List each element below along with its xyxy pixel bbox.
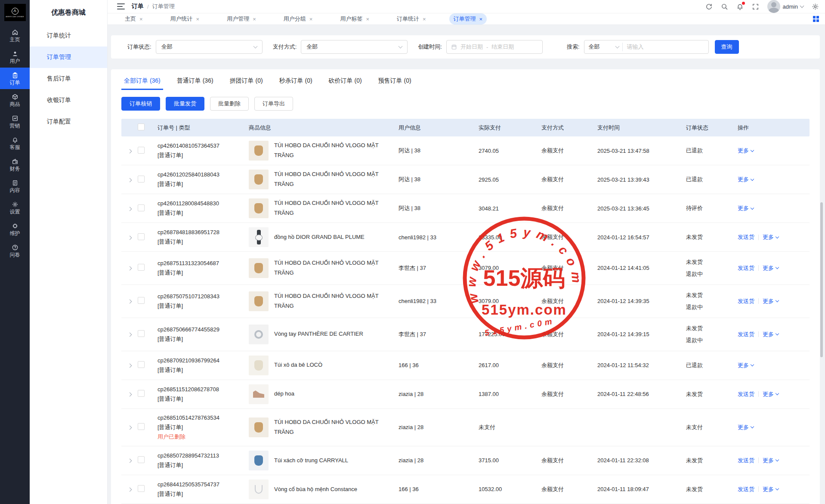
query-button[interactable]: 查询 — [715, 40, 739, 54]
pay-method-select[interactable]: 全部 — [301, 40, 408, 54]
nav-rail-item[interactable]: 内容 — [0, 175, 30, 197]
order-verify-button[interactable]: 订单核销 — [121, 97, 160, 111]
order-type-tab[interactable]: 砍价订单 (0) — [326, 76, 365, 90]
export-button[interactable]: 订单导出 — [254, 97, 293, 111]
refresh-icon[interactable] — [705, 3, 713, 10]
side-menu-item[interactable]: 订单管理 — [30, 46, 107, 68]
nav-rail-item[interactable]: 问卷 — [0, 240, 30, 261]
expand-row-icon[interactable] — [127, 207, 132, 211]
order-type-tab[interactable]: 普通订单 (36) — [174, 76, 216, 90]
row-checkbox[interactable] — [138, 423, 145, 430]
row-checkbox[interactable] — [138, 176, 145, 182]
page-tab[interactable]: 主页 × — [121, 13, 147, 25]
nav-rail-item[interactable]: 营销 — [0, 111, 30, 132]
more-link[interactable]: 更多 — [738, 176, 754, 183]
side-menu-item[interactable]: 售后订单 — [30, 68, 107, 90]
expand-row-icon[interactable] — [127, 364, 132, 368]
row-checkbox[interactable] — [138, 485, 145, 492]
nav-rail-item[interactable]: 客服 — [0, 132, 30, 154]
notification-bell-icon[interactable] — [736, 3, 744, 10]
close-icon[interactable]: × — [139, 16, 143, 22]
more-link[interactable]: 更多 — [763, 233, 779, 241]
select-all-checkbox[interactable] — [138, 124, 145, 130]
more-link[interactable]: 更多 — [738, 424, 754, 431]
expand-row-icon[interactable] — [127, 149, 132, 153]
close-icon[interactable]: × — [366, 16, 369, 22]
row-checkbox[interactable] — [138, 204, 145, 211]
more-link[interactable]: 更多 — [763, 485, 779, 493]
page-tab[interactable]: 用户标签 × — [336, 13, 374, 25]
expand-row-icon[interactable] — [127, 393, 132, 397]
ship-link[interactable]: 发送货 — [738, 264, 754, 272]
close-icon[interactable]: × — [423, 16, 426, 22]
ship-link[interactable]: 发送货 — [738, 297, 754, 305]
row-checkbox[interactable] — [138, 297, 145, 304]
row-checkbox[interactable] — [138, 330, 145, 337]
close-icon[interactable]: × — [479, 16, 483, 22]
side-menu-item[interactable]: 收银订单 — [30, 90, 107, 111]
page-tab[interactable]: 用户统计 × — [166, 13, 204, 25]
close-icon[interactable]: × — [253, 16, 256, 22]
fullscreen-icon[interactable] — [752, 3, 759, 10]
search-input[interactable]: 请输入 — [623, 43, 708, 51]
expand-row-icon[interactable] — [127, 178, 132, 182]
more-link[interactable]: 更多 — [763, 390, 779, 398]
tab-options-grid-icon[interactable] — [813, 16, 819, 22]
expand-row-icon[interactable] — [127, 333, 132, 337]
side-menu-item[interactable]: 订单配置 — [30, 111, 107, 133]
page-tab[interactable]: 用户分组 × — [279, 13, 317, 25]
nav-rail-item[interactable]: 商品 — [0, 89, 30, 111]
more-link[interactable]: 更多 — [763, 457, 779, 464]
order-type-tab[interactable]: 拼团订单 (0) — [227, 76, 266, 90]
expand-row-icon[interactable] — [127, 235, 132, 240]
row-checkbox[interactable] — [138, 264, 145, 271]
search-icon[interactable] — [721, 3, 728, 10]
bulk-delete-button[interactable]: 批量删除 — [210, 97, 249, 111]
row-checkbox[interactable] — [138, 456, 145, 463]
expand-row-icon[interactable] — [127, 266, 132, 271]
ship-link[interactable]: 发送货 — [738, 390, 754, 398]
expand-row-icon[interactable] — [127, 488, 132, 492]
side-menu-item[interactable]: 订单统计 — [30, 25, 107, 46]
more-link[interactable]: 更多 — [738, 147, 754, 155]
nav-rail-item[interactable]: 设置 — [0, 197, 30, 218]
row-checkbox[interactable] — [138, 233, 145, 240]
nav-rail-item[interactable]: 主页 — [0, 25, 30, 46]
order-type-tab[interactable]: 全部订单 (36) — [121, 76, 163, 90]
close-icon[interactable]: × — [309, 16, 313, 22]
more-link[interactable]: 更多 — [738, 362, 754, 369]
gear-icon[interactable] — [812, 3, 819, 10]
ship-link[interactable]: 发送货 — [738, 457, 754, 464]
order-type-tab[interactable]: 预售订单 (0) — [376, 76, 414, 90]
page-tab[interactable]: 订单管理 × — [449, 13, 487, 25]
expand-row-icon[interactable] — [127, 459, 132, 463]
row-checkbox[interactable] — [138, 361, 145, 368]
search-scope-select[interactable]: 全部 — [584, 40, 622, 53]
expand-row-icon[interactable] — [127, 426, 132, 430]
scrollbar-thumb[interactable] — [820, 202, 823, 357]
nav-rail-item[interactable]: 订单 — [0, 68, 30, 89]
close-icon[interactable]: × — [196, 16, 200, 22]
page-tab[interactable]: 订单统计 × — [392, 13, 430, 25]
order-type-tab[interactable]: 秒杀订单 (0) — [277, 76, 315, 90]
expand-row-icon[interactable] — [127, 300, 132, 304]
row-checkbox[interactable] — [138, 390, 145, 397]
order-status-select[interactable]: 全部 — [156, 40, 263, 54]
more-link[interactable]: 更多 — [763, 297, 779, 305]
nav-rail-item[interactable]: 用户 — [0, 46, 30, 68]
order-status-extra: 退款中 — [686, 301, 738, 313]
ship-link[interactable]: 发送货 — [738, 233, 754, 241]
nav-rail-item[interactable]: 维护 — [0, 218, 30, 240]
page-tab[interactable]: 用户管理 × — [222, 13, 260, 25]
more-link[interactable]: 更多 — [738, 204, 754, 212]
user-menu[interactable]: admin — [767, 0, 803, 13]
more-link[interactable]: 更多 — [763, 264, 779, 272]
date-range-picker[interactable]: 开始日期 - 结束日期 — [446, 40, 543, 54]
ship-link[interactable]: 发送货 — [738, 331, 754, 338]
ship-link[interactable]: 发送货 — [738, 485, 754, 493]
row-checkbox[interactable] — [138, 147, 145, 154]
bulk-ship-button[interactable]: 批量发货 — [166, 97, 204, 111]
nav-rail-item[interactable]: 财务 — [0, 154, 30, 175]
more-link[interactable]: 更多 — [763, 331, 779, 338]
collapse-menu-icon[interactable] — [117, 3, 125, 9]
